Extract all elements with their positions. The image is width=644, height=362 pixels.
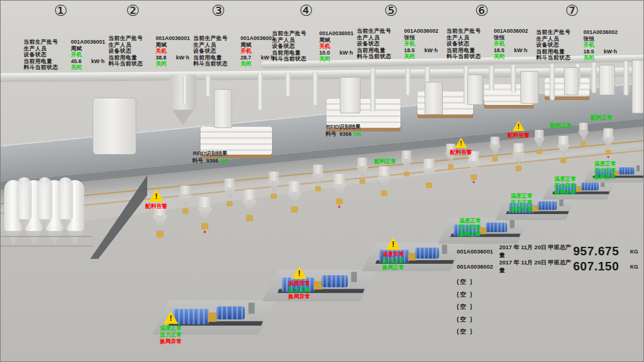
summary-total-value: 607.150: [573, 260, 620, 273]
summary-date-label: 2017 年 11月 20日 甲班总产量: [499, 244, 573, 260]
status-line: 换网正常: [500, 206, 543, 213]
status-line: 换网正常: [449, 231, 491, 238]
rfid-ok-badge: OK: [220, 158, 228, 164]
summary-batch: 001A0036002: [457, 263, 499, 270]
summary-empty-row: (空 ): [457, 315, 642, 328]
dosing-hopper: [510, 144, 528, 177]
station-4-info-panel: 当前生产批号001A0036001 生产人员周斌 设备状态关机 当前用电量10.…: [272, 30, 360, 62]
dosing-hopper: [487, 136, 502, 166]
batching-ok-label: 配料正常: [540, 122, 582, 129]
vertical-pipe: [511, 65, 516, 93]
summary-total-value: 957.675: [573, 244, 620, 258]
batch-value: 001A0036002: [583, 29, 618, 35]
power-value: 28.7: [241, 55, 251, 61]
vertical-pipe: [370, 69, 376, 112]
hopper-status-value: 关闭: [241, 60, 251, 68]
extruder-7-status: 温度正常 压力正常 换网正常: [584, 161, 626, 181]
summary-date-label: 2017 年 11月 20日 甲班总产量: [499, 259, 573, 275]
dosing-hopper: [555, 136, 572, 169]
control-cabinet: [520, 71, 539, 104]
status-line: 压力正常: [584, 167, 626, 174]
power-value: 18.5: [583, 49, 594, 55]
batching-ok-label: 配料正常: [580, 115, 623, 121]
vertical-pipe: [623, 61, 629, 95]
vertical-pipe: [405, 69, 411, 95]
control-cabinet: [632, 60, 644, 113]
silo-frame: [1, 246, 93, 247]
control-cabinet: [564, 67, 579, 95]
dosing-hopper: [375, 166, 394, 202]
station-number-4: ④: [299, 2, 313, 19]
batch-value: 001A0036001: [156, 35, 190, 41]
summary-empty-row: (空 ): [457, 327, 642, 340]
vertical-pipe: [182, 76, 188, 104]
summary-row: 001A0036002 2017 年 11月 20日 甲班总产量 607.150…: [457, 259, 642, 274]
dosing-hopper: [399, 150, 414, 181]
warning-triangle-icon[interactable]: !: [386, 237, 400, 250]
extruder-4-status: 温度正常 压力正常 换网正常: [449, 218, 491, 238]
rfid-ok-badge: OK: [353, 131, 362, 137]
station-number-6: ⑥: [475, 2, 488, 19]
rfid-material-label: 料号: [325, 131, 336, 137]
ok-text: 配料正常: [580, 115, 623, 121]
vertical-pipe: [549, 64, 555, 100]
warning-triangle-icon[interactable]: !: [455, 138, 467, 148]
hopper-status-label: 料斗当前状态: [536, 54, 583, 62]
station-3-info-panel: 当前生产批号001A0036001 生产人员周斌 设备状态开机 当前用电量28.…: [193, 35, 282, 67]
summary-row: 001A0036001 2017 年 11月 20日 甲班总产量 957.675…: [457, 244, 642, 259]
extruder-5-status: 温度正常 压力正常 换网正常: [500, 193, 543, 213]
hopper-status-label: 料斗当前状态: [446, 53, 494, 61]
station-5-info-panel: 当前生产批号001A0036002 生产人员张恒 设备状态开机 当前用电量18.…: [357, 27, 445, 59]
status-line: 压力正常: [449, 224, 491, 231]
batching-alarm-label: ! 配料告警: [440, 138, 482, 156]
ok-text: 配料正常: [540, 122, 582, 129]
batch-value: 001A0036001: [241, 35, 275, 41]
warning-triangle-icon[interactable]: !: [164, 311, 178, 324]
batching-ok-label: 配料正常: [364, 158, 407, 165]
dosing-hopper: [265, 172, 282, 204]
hopper-status-value: 关闭: [404, 53, 415, 61]
status-line: 换网正常: [372, 264, 414, 271]
power-value: 38.8: [156, 55, 167, 61]
rfid-material-value: 9366: [206, 158, 218, 164]
power-unit: kW·h: [176, 55, 190, 61]
extruder-2-status: ! 温度异常 压力正常 换网异常: [278, 266, 320, 300]
status-line: 换网异常: [150, 338, 192, 345]
scada-3d-plant-view: ① ② ③ ④ ⑤ ⑥ ⑦ 当前生产批号001A0036001 生产人员周斌 设…: [0, 0, 644, 362]
dosing-hopper: [285, 181, 304, 219]
alarm-text: 配料告警: [440, 149, 482, 156]
warning-triangle-icon[interactable]: !: [513, 121, 525, 131]
summary-unit: KG: [630, 249, 639, 255]
dosing-hopper: [240, 189, 260, 227]
hopper-status-label: 料斗当前状态: [193, 60, 241, 68]
hopper-status-label: 料斗当前状态: [108, 60, 156, 68]
batch-value: 001A0036001: [319, 30, 354, 36]
rfid-material-value: 9366: [339, 131, 351, 137]
dosing-hopper: [330, 174, 348, 211]
warning-triangle-icon[interactable]: !: [292, 266, 307, 279]
control-cabinet: [214, 89, 232, 128]
warning-triangle-icon[interactable]: !: [149, 189, 164, 202]
batching-alarm-label: ! 配料告警: [497, 121, 540, 139]
dosing-hopper: [221, 178, 238, 212]
power-unit: kW·h: [425, 47, 438, 53]
control-cabinet: [599, 65, 615, 95]
power-unit: kW·h: [514, 47, 528, 53]
power-value: 10.0: [319, 50, 330, 56]
batch-value: 001A0036002: [494, 28, 528, 34]
vertical-pipe: [285, 72, 291, 96]
station-1-info-panel: 当前生产批号001A0036001 生产人员周斌 设备状态开机 当前用电量45.…: [24, 38, 112, 70]
extruder-3-status: ! 温度异常 压力正常 换网正常: [372, 237, 414, 271]
dosing-hopper: [194, 196, 214, 236]
dosing-hopper: [600, 129, 616, 161]
dosing-hopper: [310, 164, 326, 196]
hopper-status-label: 料斗当前状态: [272, 55, 319, 63]
power-unit: kW·h: [340, 50, 353, 56]
status-line: 温度异常: [372, 251, 414, 258]
station-number-1: ①: [54, 2, 67, 19]
status-line: 温度正常: [150, 325, 192, 332]
summary-batch: 001A0036001: [457, 248, 499, 255]
hopper-status-value: 关闭: [583, 54, 594, 62]
power-value: 45.6: [71, 58, 82, 64]
hopper-status-label: 料斗当前状态: [357, 53, 404, 61]
